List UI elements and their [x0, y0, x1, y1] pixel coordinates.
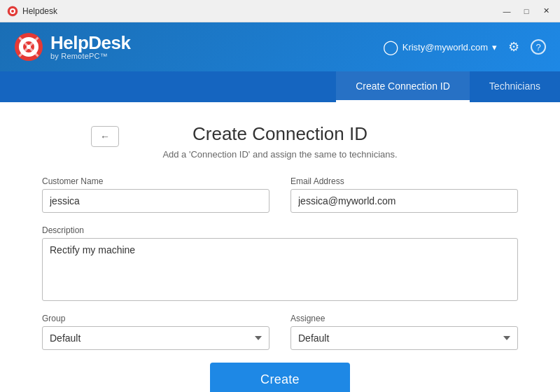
customer-name-label: Customer Name [42, 176, 270, 186]
header-right: ◯ Kristy@myworld.com ▾ ⚙ ? [383, 38, 546, 55]
app-icon [7, 6, 18, 17]
logo-text: HelpDesk by RemotePC™ [50, 34, 131, 60]
logo-area: HelpDesk by RemotePC™ [14, 32, 131, 62]
svg-point-2 [11, 10, 14, 13]
app-header: HelpDesk by RemotePC™ ◯ Kristy@myworld.c… [0, 22, 560, 71]
nav-bar: Create Connection ID Technicians [0, 71, 560, 102]
window-chrome: Helpdesk — □ ✕ [0, 0, 560, 22]
settings-icon[interactable]: ⚙ [508, 39, 519, 55]
form-row-customer: Customer Name Email Address [42, 176, 518, 213]
description-label: Description [42, 225, 518, 235]
helpdesk-logo-icon [14, 32, 43, 62]
maximize-button[interactable]: □ [519, 4, 533, 18]
help-icon[interactable]: ? [531, 39, 546, 55]
main-content: ← Create Connection ID Add a 'Connection… [0, 102, 560, 392]
form-row-description: Description [42, 225, 518, 301]
app-title: Helpdesk [22, 6, 57, 16]
nav-item-technicians[interactable]: Technicians [470, 71, 560, 102]
create-button[interactable]: Create [210, 363, 350, 392]
form-group-customer-name: Customer Name [42, 176, 270, 213]
group-label: Group [42, 314, 270, 323]
assignee-label: Assignee [290, 314, 518, 323]
customer-name-input[interactable] [42, 189, 270, 213]
window-controls[interactable]: — □ ✕ [500, 4, 553, 18]
group-select[interactable]: Default Group 1 Group 2 [42, 326, 270, 350]
form-group-description: Description [42, 225, 518, 301]
logo-sub: by RemotePC™ [50, 52, 131, 60]
email-label: Email Address [290, 176, 518, 186]
form-row-group-assignee: Group Default Group 1 Group 2 Assignee D… [42, 314, 518, 350]
user-email: Kristy@myworld.com [402, 42, 488, 52]
user-icon: ◯ [383, 38, 398, 55]
nav-label-technicians: Technicians [489, 80, 540, 92]
nav-item-create-connection[interactable]: Create Connection ID [336, 71, 470, 102]
back-button[interactable]: ← [91, 126, 119, 147]
form-header-row: ← Create Connection ID Add a 'Connection… [42, 123, 518, 160]
form-group-assignee: Assignee Default Assignee 1 Assignee 2 [290, 314, 518, 350]
assignee-select[interactable]: Default Assignee 1 Assignee 2 [290, 326, 518, 350]
form-group-email: Email Address [290, 176, 518, 213]
email-input[interactable] [290, 189, 518, 213]
logo-main: HelpDesk [50, 34, 131, 52]
nav-label-create-connection: Create Connection ID [356, 80, 450, 92]
dropdown-arrow-icon: ▾ [492, 42, 497, 52]
minimize-button[interactable]: — [500, 4, 514, 18]
close-button[interactable]: ✕ [539, 4, 553, 18]
form-group-group: Group Default Group 1 Group 2 [42, 314, 270, 350]
description-textarea[interactable] [42, 238, 518, 301]
window-title-bar: Helpdesk [7, 6, 57, 17]
form-subtitle: Add a 'Connection ID' and assign the sam… [42, 149, 518, 160]
user-menu[interactable]: ◯ Kristy@myworld.com ▾ [383, 38, 497, 55]
